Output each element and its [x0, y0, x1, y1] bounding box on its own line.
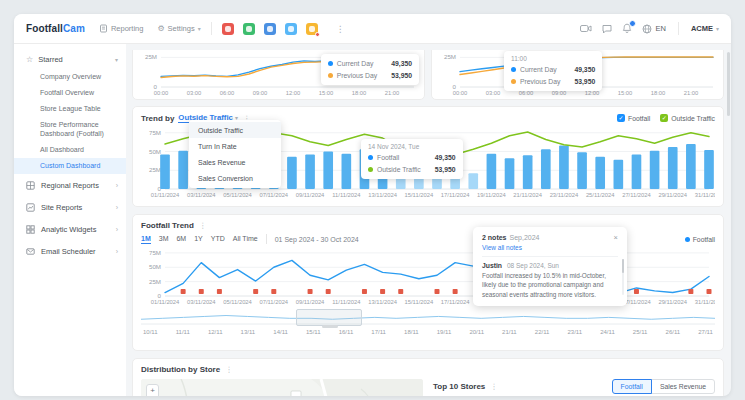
brush-selection[interactable] — [296, 309, 362, 326]
period-tab[interactable]: 6M — [176, 235, 186, 244]
panel-menu-icon[interactable]: ⋮ — [490, 382, 498, 391]
nav-reporting[interactable]: Reporting — [99, 24, 144, 33]
sidebar-item[interactable]: Store Performance Dashboard (Footfall) — [14, 116, 126, 141]
sidebar-item[interactable]: Footfall Overview — [14, 84, 126, 100]
dropdown-option[interactable]: Sales Conversion — [189, 170, 281, 186]
svg-text:13/11/2024: 13/11/2024 — [368, 192, 397, 198]
chevron-right-icon: › — [116, 248, 118, 255]
widgets-icon — [26, 225, 36, 234]
svg-text:0: 0 — [158, 292, 162, 299]
checkbox-icon: ✓ — [617, 114, 625, 122]
brush-tick-label: 24/11 — [600, 329, 615, 335]
period-tab[interactable]: 1M — [141, 235, 151, 244]
sidebar-item[interactable]: Custom Dashboard — [14, 158, 126, 174]
svg-text:23/11/2024: 23/11/2024 — [550, 192, 579, 198]
account-menu[interactable]: ACME ▾ — [691, 24, 719, 33]
account-name: ACME — [691, 24, 713, 33]
report-icon — [99, 24, 108, 33]
brush-tick-label: 17/11 — [371, 329, 386, 335]
notes-popup: 2 notes Sep,2024 × View all notes Justin… — [473, 227, 627, 306]
divider — [266, 234, 267, 244]
legend-checkbox[interactable]: ✓ Footfall — [617, 114, 650, 122]
content-scrollbar[interactable] — [727, 48, 730, 388]
more-apps-icon[interactable]: ⋮ — [336, 24, 345, 34]
svg-text:31/11/2024: 31/11/2024 — [695, 299, 715, 305]
brush-scroll-handle[interactable] — [322, 325, 338, 328]
bell-icon[interactable] — [622, 23, 632, 34]
scrollbar-thumb[interactable] — [727, 52, 730, 116]
panel-menu-icon[interactable]: ⋮ — [199, 221, 207, 230]
footfall-toggle-button[interactable]: Footfall — [612, 379, 652, 394]
sidebar-item-email-scheduler[interactable]: Email Scheduler › — [14, 242, 126, 262]
notes-period: Sep,2024 — [510, 234, 540, 241]
chart-tooltip: 11:00 Current Day 49,350 Previous Day 53… — [504, 51, 602, 91]
sidebar-item-site-reports[interactable]: Site Reports › — [14, 198, 126, 218]
svg-text:17/11/2024: 17/11/2024 — [441, 192, 470, 198]
svg-text:09:00: 09:00 — [253, 90, 268, 96]
period-tab[interactable]: 3M — [159, 235, 169, 244]
period-tab[interactable]: YTD — [211, 235, 225, 244]
grid-icon — [26, 181, 36, 190]
close-icon[interactable]: × — [614, 233, 618, 242]
dropdown-option[interactable]: Outside Traffic — [189, 122, 281, 138]
brush-tick-label: 27/11 — [698, 329, 713, 335]
sidebar-item[interactable]: Company Overview — [14, 68, 126, 84]
notification-dot — [315, 32, 320, 37]
brush-tick-label: 19/11 — [437, 329, 452, 335]
chevron-right-icon: › — [116, 182, 118, 189]
calendar-app-icon[interactable] — [243, 23, 255, 35]
divider — [678, 22, 679, 35]
dropdown-option[interactable]: Sales Revenue — [189, 154, 281, 170]
notification-badge — [629, 20, 636, 27]
chevron-down-icon: ▾ — [716, 25, 719, 32]
files-app-icon[interactable] — [306, 23, 318, 35]
period-tabs: 1M3M6M1YYTDAll Time 01 Sep 2024 - 30 Oct… — [141, 234, 715, 244]
language-selector[interactable]: EN — [642, 24, 665, 34]
svg-text:15/11/2024: 15/11/2024 — [405, 192, 434, 198]
gear-icon: ⚙ — [157, 24, 164, 33]
sidebar-item-regional-reports[interactable]: Regional Reports › — [14, 176, 126, 196]
nav-settings[interactable]: ⚙ Settings ▾ — [157, 24, 200, 33]
svg-text:17/11/2024: 17/11/2024 — [441, 299, 470, 305]
legend-checkbox[interactable]: ✓ Outside Traffic — [660, 114, 715, 122]
tooltip-row: Outside Traffic 53,950 — [368, 164, 456, 176]
starred-list: Company OverviewFootfall OverviewStore L… — [14, 68, 126, 174]
svg-text:75M: 75M — [149, 129, 161, 136]
dropdown-option[interactable]: Turn In Rate — [189, 138, 281, 154]
series-dot — [511, 67, 516, 72]
period-tab[interactable]: 1Y — [194, 235, 203, 244]
tooltip-row: Previous Day 53,950 — [511, 76, 595, 88]
svg-text:29/11/2024: 29/11/2024 — [658, 192, 687, 198]
footfall-line-chart[interactable]: 75M50M25M001/11/202403/11/202405/11/2024… — [141, 246, 715, 306]
store-map[interactable]: + − — [141, 379, 423, 396]
booth-app-icon[interactable] — [222, 23, 234, 35]
popup-scrollbar[interactable] — [622, 259, 625, 295]
sidebar-group-starred[interactable]: ☆ Starred ▾ — [14, 52, 126, 68]
chat-icon[interactable] — [602, 24, 612, 34]
chevron-down-icon: ▾ — [198, 25, 201, 32]
cloud-app-icon[interactable] — [285, 23, 297, 35]
sidebar-item[interactable]: All Dashboard — [14, 141, 126, 157]
date-range[interactable]: 01 Sep 2024 - 30 Oct 2024 — [275, 236, 359, 243]
sidebar-item-analytic-widgets[interactable]: Analytic Widgets › — [14, 220, 126, 240]
trend-by-panel: Trend by Outside Traffic ▾ ⋮ ✓ Footfall … — [132, 106, 724, 207]
svg-text:11/11/2024: 11/11/2024 — [332, 192, 361, 198]
brush-tick-label: 22/11 — [535, 329, 550, 335]
distribution-panel: Distribution by Store ⋮ — [132, 358, 724, 396]
zoom-in-button[interactable]: + — [147, 385, 158, 396]
app-window: FootfallCam Reporting ⚙ Settings ▾ ⋮ EN — [14, 14, 731, 396]
period-tab[interactable]: All Time — [233, 235, 258, 244]
svg-text:50M: 50M — [149, 148, 161, 155]
video-camera-icon[interactable] — [580, 24, 592, 33]
svg-text:12:00: 12:00 — [286, 90, 301, 96]
svg-text:18:00: 18:00 — [651, 90, 666, 96]
people-counter-app-icon[interactable] — [264, 23, 276, 35]
brush-tick-label: 21/11 — [502, 329, 517, 335]
map-graphic — [141, 379, 423, 396]
app-logo[interactable]: FootfallCam — [26, 23, 85, 34]
sidebar-item[interactable]: Store League Table — [14, 100, 126, 116]
sales-revenue-toggle-button[interactable]: Sales Revenue — [651, 379, 715, 394]
note-date: 08 Sep 2024, Sun — [507, 262, 559, 269]
panel-menu-icon[interactable]: ⋮ — [225, 365, 233, 374]
view-all-notes-link[interactable]: View all notes — [482, 244, 522, 251]
